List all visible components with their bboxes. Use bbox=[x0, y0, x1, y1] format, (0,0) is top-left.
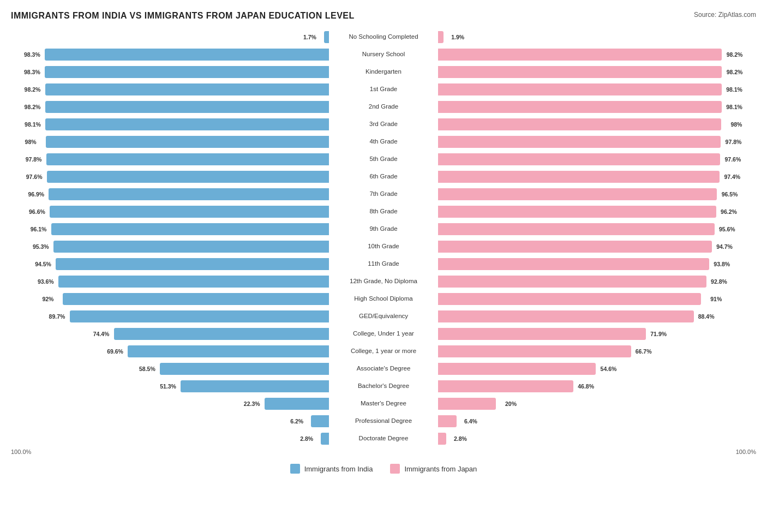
bar-india: 98.2% bbox=[45, 83, 329, 95]
value-japan: 2.8% bbox=[454, 435, 467, 442]
value-india: 97.6% bbox=[26, 174, 43, 180]
value-japan: 96.2% bbox=[721, 208, 737, 215]
bar-japan: 92.8% bbox=[438, 276, 706, 288]
bar-row: 74.4%College, Under 1 year71.9% bbox=[11, 326, 756, 342]
legend: Immigrants from India Immigrants from Ja… bbox=[11, 464, 756, 474]
bar-japan: 96.2% bbox=[438, 206, 716, 218]
right-section: 93.8% bbox=[438, 256, 756, 272]
right-section: 66.7% bbox=[438, 344, 756, 359]
bar-row: 98.3%Nursery School98.2% bbox=[11, 47, 756, 62]
value-japan: 94.7% bbox=[716, 243, 733, 250]
bar-row: 96.1%9th Grade95.6% bbox=[11, 222, 756, 237]
legend-item-india: Immigrants from India bbox=[290, 464, 373, 474]
bar-india: 2.8% bbox=[321, 433, 329, 445]
bar-pair: 98.1%3rd Grade98% bbox=[11, 117, 756, 132]
bar-india: 98.3% bbox=[45, 49, 329, 61]
bar-japan: 20% bbox=[438, 398, 496, 410]
bar-japan: 98.1% bbox=[438, 101, 722, 113]
value-india: 2.8% bbox=[300, 435, 313, 442]
left-section: 98.3% bbox=[11, 47, 329, 62]
value-india: 98.2% bbox=[25, 104, 41, 110]
legend-item-japan: Immigrants from Japan bbox=[390, 464, 477, 474]
bar-japan: 93.8% bbox=[438, 258, 709, 270]
left-section: 98.3% bbox=[11, 64, 329, 80]
bar-india: 58.5% bbox=[160, 363, 329, 375]
bar-row: 92%High School Diploma91% bbox=[11, 291, 756, 307]
center-label: High School Diploma bbox=[329, 295, 438, 303]
left-section: 2.8% bbox=[11, 431, 329, 446]
bar-row: 51.3%Bachelor's Degree46.8% bbox=[11, 379, 756, 394]
right-section: 91% bbox=[438, 291, 756, 307]
right-section: 71.9% bbox=[438, 326, 756, 342]
value-japan: 46.8% bbox=[578, 383, 594, 390]
bar-japan: 88.4% bbox=[438, 310, 694, 322]
bar-india: 6.2% bbox=[311, 415, 329, 427]
right-section: 98.2% bbox=[438, 64, 756, 80]
right-section: 96.5% bbox=[438, 187, 756, 202]
center-label: 10th Grade bbox=[329, 243, 438, 250]
right-section: 98.1% bbox=[438, 99, 756, 115]
center-label: 3rd Grade bbox=[329, 121, 438, 128]
value-japan: 92.8% bbox=[711, 278, 727, 285]
left-section: 98.1% bbox=[11, 117, 329, 132]
value-india: 89.7% bbox=[49, 313, 65, 320]
value-india: 94.5% bbox=[35, 261, 51, 267]
bar-japan: 98% bbox=[438, 118, 721, 130]
bar-india: 98.2% bbox=[45, 101, 329, 113]
bar-pair: 97.6%6th Grade97.4% bbox=[11, 169, 756, 184]
right-section: 98% bbox=[438, 117, 756, 132]
bar-japan: 54.6% bbox=[438, 363, 596, 375]
center-label: Doctorate Degree bbox=[329, 435, 438, 443]
bar-row: 6.2%Professional Degree6.4% bbox=[11, 414, 756, 429]
bar-japan: 46.8% bbox=[438, 380, 573, 392]
value-japan: 95.6% bbox=[719, 226, 735, 232]
value-india: 92% bbox=[42, 296, 53, 302]
left-section: 74.4% bbox=[11, 326, 329, 342]
bar-row: 94.5%11th Grade93.8% bbox=[11, 256, 756, 272]
bar-india: 93.6% bbox=[58, 276, 329, 288]
value-japan: 88.4% bbox=[698, 313, 715, 320]
center-label: Bachelor's Degree bbox=[329, 382, 438, 390]
value-japan: 54.6% bbox=[601, 366, 617, 372]
left-section: 96.1% bbox=[11, 222, 329, 237]
value-japan: 97.6% bbox=[724, 156, 741, 163]
bar-pair: 98.3%Kindergarten98.2% bbox=[11, 64, 756, 80]
left-section: 96.6% bbox=[11, 204, 329, 219]
right-section: 97.6% bbox=[438, 152, 756, 167]
value-japan: 98.2% bbox=[727, 51, 743, 58]
bar-india: 98% bbox=[46, 136, 329, 148]
value-india: 58.5% bbox=[139, 366, 155, 372]
value-japan: 66.7% bbox=[636, 348, 652, 355]
bar-japan: 94.7% bbox=[438, 241, 712, 253]
bar-row: 58.5%Associate's Degree54.6% bbox=[11, 361, 756, 376]
value-india: 97.8% bbox=[26, 156, 42, 163]
bar-japan: 66.7% bbox=[438, 345, 631, 357]
right-section: 98.1% bbox=[438, 82, 756, 97]
center-label: College, Under 1 year bbox=[329, 330, 438, 338]
bar-japan: 95.6% bbox=[438, 223, 715, 235]
left-section: 89.7% bbox=[11, 309, 329, 324]
bar-row: 96.9%7th Grade96.5% bbox=[11, 187, 756, 202]
bar-japan: 71.9% bbox=[438, 328, 646, 340]
bars-area: 1.7%No Schooling Completed1.9%98.3%Nurse… bbox=[11, 29, 756, 446]
value-india: 22.3% bbox=[244, 401, 260, 407]
axis-label-right: 100.0% bbox=[736, 449, 756, 455]
value-japan: 91% bbox=[710, 296, 722, 302]
value-india: 51.3% bbox=[160, 383, 176, 390]
bar-pair: 98.3%Nursery School98.2% bbox=[11, 47, 756, 62]
bar-pair: 93.6%12th Grade, No Diploma92.8% bbox=[11, 274, 756, 289]
value-india: 95.3% bbox=[33, 243, 49, 250]
bar-row: 98.3%Kindergarten98.2% bbox=[11, 64, 756, 80]
bar-row: 97.8%5th Grade97.6% bbox=[11, 152, 756, 167]
bar-pair: 96.9%7th Grade96.5% bbox=[11, 187, 756, 202]
bar-row: 98.2%2nd Grade98.1% bbox=[11, 99, 756, 115]
bar-japan: 97.4% bbox=[438, 171, 720, 183]
left-section: 6.2% bbox=[11, 414, 329, 429]
bar-pair: 95.3%10th Grade94.7% bbox=[11, 239, 756, 254]
bar-pair: 97.8%5th Grade97.6% bbox=[11, 152, 756, 167]
value-japan: 98.2% bbox=[727, 69, 743, 75]
value-india: 98.3% bbox=[24, 51, 40, 58]
bar-india: 96.1% bbox=[51, 223, 329, 235]
value-japan: 93.8% bbox=[714, 261, 730, 267]
legend-color-japan bbox=[390, 464, 400, 474]
